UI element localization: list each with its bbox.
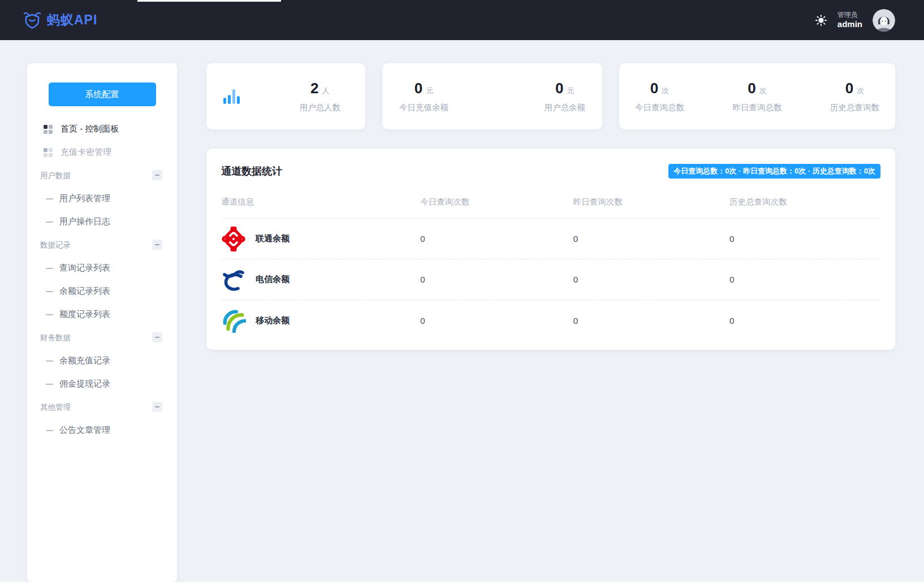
- count-cell: 0: [729, 234, 880, 244]
- sidebar-subitem[interactable]: 余额记录列表: [27, 280, 177, 303]
- sidebar: 系统配置 首页 - 控制面板充值卡密管理用户数据用户列表管理用户操作日志数据记录…: [27, 63, 177, 582]
- user-meta[interactable]: 管理员 admin: [837, 11, 862, 30]
- sidebar-section-header[interactable]: 数据记录: [27, 233, 177, 257]
- grid-icon-cell: [49, 148, 53, 152]
- bar: [232, 89, 235, 104]
- sidebar-section-label: 财务数据: [40, 333, 71, 343]
- minus-glyph: [155, 337, 159, 338]
- bar: [237, 96, 240, 104]
- browser-artifact-bar: [137, 0, 281, 2]
- count-cell: 0: [420, 316, 573, 325]
- avatar[interactable]: [873, 9, 895, 32]
- count-cell: 0: [573, 234, 729, 244]
- stat-unit: 元: [567, 86, 574, 96]
- grid-icon-cell: [44, 148, 48, 152]
- sidebar-subitem[interactable]: 额度记录列表: [27, 303, 177, 326]
- dash-icon: [46, 268, 53, 269]
- count-cell: 0: [420, 275, 573, 284]
- stat-value: 2: [310, 80, 318, 97]
- stat-label: 用户总人数: [300, 102, 341, 113]
- table-header-row: 通道信息今日查询次数昨日查询次数历史总查询次数: [221, 197, 880, 219]
- sidebar-subitem-label: 公告文章管理: [59, 425, 110, 436]
- column-header: 通道信息: [221, 197, 420, 207]
- system-config-button[interactable]: 系统配置: [49, 82, 156, 106]
- sidebar-item-label: 首页 - 控制面板: [61, 124, 119, 134]
- ant-shield-icon: [23, 11, 42, 30]
- stat-card: 0次今日查询总数0次昨日查询总数0次历史总查询数: [619, 63, 895, 129]
- query-totals-badge: 今日查询总数：0次 · 昨日查询总数：0次 · 历史总查询数：0次: [668, 164, 880, 179]
- dash-icon: [46, 314, 53, 315]
- sidebar-item-active[interactable]: 首页 - 控制面板: [27, 118, 177, 141]
- count-cell: 0: [420, 234, 573, 244]
- sidebar-subitem-label: 用户操作日志: [59, 216, 110, 227]
- collapse-minus-icon[interactable]: [152, 170, 162, 180]
- column-header: 昨日查询次数: [573, 197, 729, 207]
- stat-unit: 次: [759, 86, 767, 96]
- stat-block: 0元今日充值余额: [399, 80, 448, 113]
- sidebar-subitem[interactable]: 查询记录列表: [27, 257, 177, 280]
- sidebar-subitem[interactable]: 余额充值记录: [27, 349, 177, 372]
- stat-value: 0: [845, 80, 853, 97]
- stat-card: 0元今日充值余额0元用户总余额: [382, 63, 602, 129]
- stat-block: 0次今日查询总数: [635, 80, 684, 113]
- collapse-minus-icon[interactable]: [152, 332, 162, 342]
- stat-label: 用户总余额: [545, 102, 586, 113]
- theme-toggle-sun-icon[interactable]: [815, 14, 827, 27]
- sidebar-subitem[interactable]: 用户操作日志: [27, 210, 177, 233]
- sidebar-subitem-label: 查询记录列表: [59, 263, 110, 273]
- stat-label: 今日充值余额: [399, 102, 448, 113]
- stat-value-row: 0次: [830, 80, 879, 97]
- grid-icon-cell: [44, 125, 48, 129]
- sidebar-subitem[interactable]: 公告文章管理: [27, 419, 177, 442]
- stat-value: 0: [555, 80, 563, 97]
- channel-cell: 电信余额: [221, 267, 420, 292]
- sidebar-item[interactable]: 充值卡密管理: [27, 141, 177, 164]
- sidebar-section-header[interactable]: 财务数据: [27, 326, 177, 349]
- stat-block: 0元用户总余额: [545, 80, 586, 113]
- china-telecom-logo: [221, 267, 246, 292]
- stat-label: 昨日查询总数: [733, 102, 782, 113]
- stat-value-row: 0元: [399, 80, 448, 97]
- table-body: 联通余额000 电信余额000 移动余额000: [221, 219, 880, 341]
- stat-block: 2人用户总人数: [300, 80, 341, 113]
- grid-icon: [44, 148, 53, 157]
- channel-cell: 移动余额: [221, 308, 420, 333]
- sidebar-section-header[interactable]: 用户数据: [27, 164, 177, 187]
- sidebar-subitem[interactable]: 用户列表管理: [27, 187, 177, 210]
- stat-label: 历史总查询数: [830, 102, 879, 113]
- sidebar-section-label: 用户数据: [40, 171, 71, 181]
- dash-icon: [46, 221, 53, 223]
- channel-name: 联通余额: [256, 233, 290, 244]
- sidebar-subitem-label: 佣金提现记录: [59, 379, 110, 389]
- stat-unit: 次: [857, 86, 864, 96]
- dash-icon: [46, 430, 53, 431]
- sidebar-subitem-label: 额度记录列表: [59, 309, 110, 320]
- collapse-minus-icon[interactable]: [152, 402, 162, 412]
- app-logo[interactable]: 蚂蚁API: [23, 11, 97, 30]
- grid-icon-cell: [44, 130, 48, 134]
- bar: [228, 95, 231, 104]
- bar-chart-icon: [223, 89, 240, 104]
- count-cell: 0: [729, 275, 880, 284]
- sidebar-item-label: 充值卡密管理: [61, 147, 111, 158]
- channel-cell: 联通余额: [221, 227, 420, 251]
- sidebar-subitem[interactable]: 佣金提现记录: [27, 372, 177, 396]
- stat-block: 0次历史总查询数: [830, 80, 879, 113]
- stat-value: 0: [748, 80, 755, 97]
- channel-stats-panel: 通道数据统计 今日查询总数：0次 · 昨日查询总数：0次 · 历史总查询数：0次…: [206, 149, 895, 350]
- grid-icon-cell: [49, 153, 53, 157]
- stat-unit: 人: [322, 86, 329, 96]
- sidebar-subitem-label: 余额充值记录: [59, 355, 110, 366]
- china-mobile-logo: [221, 308, 246, 333]
- sidebar-section-header[interactable]: 其他管理: [27, 396, 177, 419]
- grid-icon-cell: [49, 125, 53, 129]
- collapse-minus-icon[interactable]: [152, 240, 162, 250]
- app-title: 蚂蚁API: [47, 11, 97, 29]
- grid-icon-cell: [49, 130, 53, 134]
- panel-title: 通道数据统计: [221, 164, 282, 178]
- channel-name: 移动余额: [256, 315, 290, 326]
- table-row: 联通余额000: [221, 219, 880, 259]
- china-unicom-logo: [221, 227, 246, 251]
- stat-unit: 次: [662, 86, 669, 96]
- minus-glyph: [155, 175, 159, 176]
